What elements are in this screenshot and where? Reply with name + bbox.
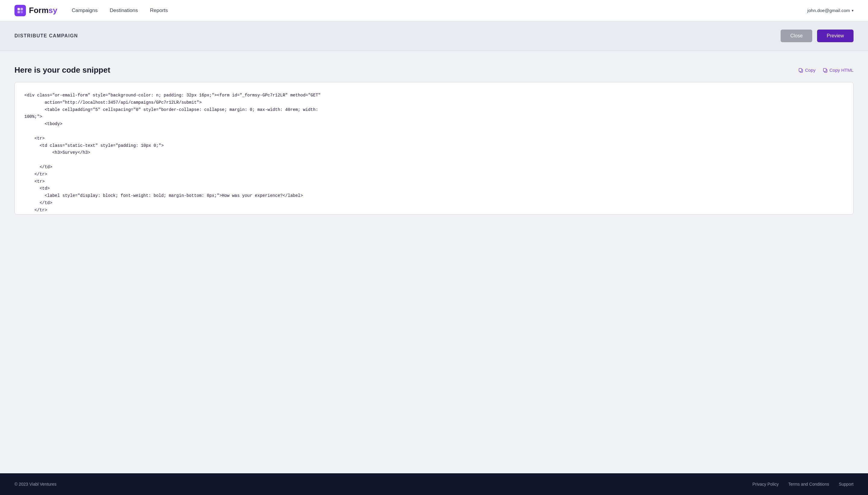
snippet-header: Here is your code snippet Copy: [15, 65, 853, 75]
copy-label: Copy: [805, 68, 816, 73]
copy-html-button[interactable]: Copy HTML: [823, 68, 853, 73]
distribute-title: DISTRIBUTE CAMPAIGN: [15, 33, 78, 39]
footer-support[interactable]: Support: [839, 482, 853, 487]
chevron-down-icon: ▾: [852, 8, 853, 13]
svg-rect-3: [20, 11, 23, 13]
distribute-header: DISTRIBUTE CAMPAIGN Close Preview: [0, 21, 868, 51]
copy-button[interactable]: Copy: [798, 68, 816, 73]
main-content: Here is your code snippet Copy: [0, 51, 868, 473]
preview-button[interactable]: Preview: [817, 30, 853, 42]
logo-icon: [15, 5, 26, 16]
footer-links: Privacy Policy Terms and Conditions Supp…: [752, 482, 853, 487]
nav-destinations[interactable]: Destinations: [110, 7, 138, 14]
footer-terms[interactable]: Terms and Conditions: [788, 482, 829, 487]
code-container[interactable]: <div class="or-email-form" style="backgr…: [15, 82, 853, 215]
footer: © 2023 Viabl Ventures Privacy Policy Ter…: [0, 473, 868, 495]
snippet-actions: Copy Copy HTML: [798, 68, 853, 73]
svg-rect-2: [17, 11, 20, 13]
logo-area[interactable]: Formsy: [15, 5, 57, 16]
nav-reports[interactable]: Reports: [150, 7, 168, 14]
nav-campaigns[interactable]: Campaigns: [72, 7, 98, 14]
copy-icon: [798, 68, 803, 73]
logo-text: Formsy: [29, 6, 57, 15]
copy-html-icon: [823, 68, 828, 73]
svg-rect-7: [823, 68, 826, 71]
nav-links: Campaigns Destinations Reports: [72, 7, 808, 14]
snippet-heading: Here is your code snippet: [15, 65, 110, 75]
close-button[interactable]: Close: [781, 30, 812, 42]
svg-rect-5: [799, 68, 802, 71]
header-buttons: Close Preview: [781, 30, 853, 42]
navbar: Formsy Campaigns Destinations Reports jo…: [0, 0, 868, 21]
footer-privacy-policy[interactable]: Privacy Policy: [752, 482, 779, 487]
user-email: john.doe@gmail.com: [808, 8, 850, 13]
svg-rect-0: [17, 8, 20, 10]
svg-rect-1: [20, 8, 23, 10]
nav-user-menu[interactable]: john.doe@gmail.com ▾: [808, 8, 853, 13]
copy-html-label: Copy HTML: [829, 68, 853, 73]
footer-copyright: © 2023 Viabl Ventures: [15, 482, 56, 487]
code-block: <div class="or-email-form" style="backgr…: [24, 92, 844, 215]
